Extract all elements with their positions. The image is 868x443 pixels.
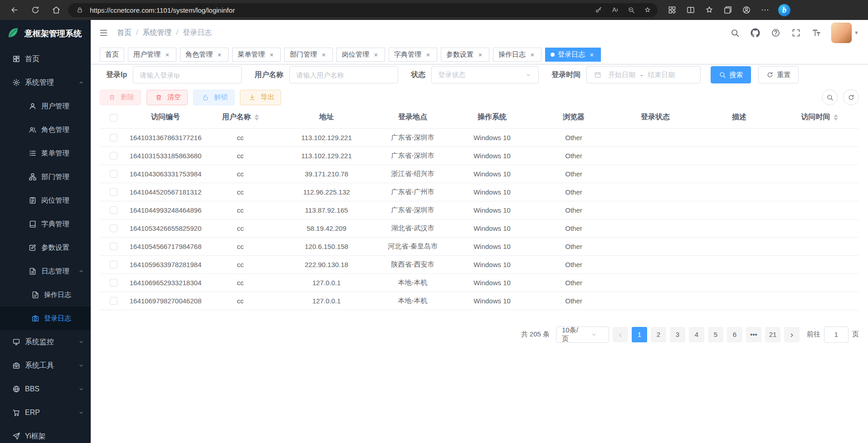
search-button[interactable]: 搜索 <box>711 66 751 83</box>
row-checkbox[interactable] <box>110 224 117 232</box>
page-button-3[interactable]: 3 <box>670 327 685 342</box>
tab-close-icon[interactable]: × <box>424 51 432 58</box>
sort-icon[interactable] <box>834 114 838 121</box>
goto-page-input[interactable] <box>824 326 848 343</box>
table-row[interactable]: 1641054566717984768cc120.6.150.158河北省-秦皇… <box>100 237 859 255</box>
reset-button[interactable]: 重置 <box>758 66 799 83</box>
zoom-out-icon[interactable] <box>626 5 637 15</box>
add-favorite-icon[interactable] <box>642 5 653 15</box>
tab-param[interactable]: 参数设置× <box>441 48 489 62</box>
collections-icon[interactable] <box>722 5 733 15</box>
help-icon[interactable] <box>770 27 781 38</box>
sidebar-item-bbs[interactable]: BBS <box>0 377 91 401</box>
row-checkbox[interactable] <box>110 297 117 305</box>
sidebar-item-operlog[interactable]: 操作日志 <box>0 283 91 307</box>
column-header[interactable]: 用户名称 <box>204 107 277 128</box>
more-options-icon[interactable] <box>760 5 770 15</box>
bing-icon[interactable]: b <box>778 4 790 16</box>
password-key-icon[interactable] <box>593 5 604 15</box>
delete-button[interactable]: 删除 <box>100 90 141 105</box>
sort-icon[interactable] <box>254 114 259 121</box>
page-ellipsis[interactable]: ••• <box>746 327 761 342</box>
sidebar-item-role[interactable]: 角色管理 <box>0 118 91 141</box>
sidebar-toggle-icon[interactable] <box>98 27 109 38</box>
row-checkbox[interactable] <box>110 170 117 178</box>
tab-home[interactable]: 首页 <box>100 48 124 62</box>
toggle-search-button[interactable] <box>822 89 838 105</box>
login-time-range-picker[interactable]: 开始日期 - 结束日期 <box>586 66 701 83</box>
username-input[interactable] <box>289 66 398 83</box>
row-checkbox[interactable] <box>110 206 117 214</box>
table-row[interactable]: 1641031533185863680cc113.102.129.221广东省-… <box>100 146 859 165</box>
tab-close-icon[interactable]: × <box>164 51 171 58</box>
column-header[interactable]: 访问时间 <box>780 107 859 128</box>
prev-page-button[interactable]: ‹ <box>613 327 628 342</box>
row-checkbox[interactable] <box>110 134 117 141</box>
sidebar-item-tool[interactable]: 系统工具 <box>0 354 91 377</box>
extensions-icon[interactable] <box>667 5 678 15</box>
tab-close-icon[interactable]: × <box>372 51 380 58</box>
unlock-button[interactable]: 解锁 <box>193 90 234 105</box>
table-row[interactable]: 1641053426655825920cc58.19.42.209湖北省-武汉市… <box>100 219 859 237</box>
favorites-icon[interactable] <box>704 5 715 15</box>
table-row[interactable]: 1641031367863177216cc113.102.129.221广东省-… <box>100 128 859 146</box>
row-checkbox[interactable] <box>110 261 117 268</box>
refresh-table-button[interactable] <box>843 89 859 105</box>
page-button-6[interactable]: 6 <box>727 327 742 342</box>
row-checkbox[interactable] <box>110 152 117 160</box>
read-aloud-icon[interactable] <box>610 5 620 15</box>
browser-profile-icon[interactable] <box>741 5 752 15</box>
back-button[interactable] <box>9 5 20 15</box>
tab-user[interactable]: 用户管理× <box>128 48 176 62</box>
status-select[interactable]: 登录状态 <box>431 66 539 83</box>
tab-close-icon[interactable]: × <box>320 51 327 58</box>
next-page-button[interactable]: › <box>784 327 800 342</box>
font-size-icon[interactable] <box>811 27 822 38</box>
sidebar-item-dept[interactable]: 部门管理 <box>0 165 91 189</box>
sidebar-item-dict[interactable]: 字典管理 <box>0 212 91 236</box>
sidebar-item-yi[interactable]: Yi框架 <box>0 424 91 443</box>
page-button-1[interactable]: 1 <box>632 327 647 342</box>
user-avatar[interactable]: ▼ <box>831 23 859 43</box>
row-checkbox[interactable] <box>110 279 117 287</box>
sidebar-item-system[interactable]: 系统管理 <box>0 71 91 94</box>
tab-role[interactable]: 角色管理× <box>180 48 229 62</box>
breadcrumb-home[interactable]: 首页 <box>117 28 132 38</box>
page-size-select[interactable]: 10条/页 <box>556 326 609 343</box>
sidebar-item-monitor[interactable]: 系统监控 <box>0 330 91 354</box>
tab-loginlog[interactable]: 登录日志× <box>545 48 601 62</box>
table-row[interactable]: 1641059633978281984cc222.90.130.18陕西省-西安… <box>100 255 859 273</box>
address-bar[interactable]: https://ccnetcore.com:1101/system/log/lo… <box>68 3 658 17</box>
login-ip-input[interactable] <box>133 66 242 83</box>
table-row[interactable]: 1641044993248464896cc113.87.92.165广东省-深圳… <box>100 201 859 219</box>
home-button[interactable] <box>51 5 62 15</box>
sidebar-item-erp[interactable]: ERP <box>0 401 91 424</box>
sidebar-item-menu[interactable]: 菜单管理 <box>0 141 91 165</box>
sidebar-item-param[interactable]: 参数设置 <box>0 236 91 259</box>
tab-close-icon[interactable]: × <box>477 51 484 58</box>
tab-close-icon[interactable]: × <box>588 51 595 58</box>
page-button-5[interactable]: 5 <box>708 327 723 342</box>
table-row[interactable]: 1641043063331753984cc39.171.210.78浙江省-绍兴… <box>100 165 859 183</box>
row-checkbox[interactable] <box>110 243 117 250</box>
sidebar-item-home[interactable]: 首页 <box>0 47 91 71</box>
fullscreen-icon[interactable] <box>790 27 801 38</box>
page-button-2[interactable]: 2 <box>651 327 666 342</box>
tab-dict[interactable]: 字典管理× <box>389 48 437 62</box>
clear-button[interactable]: 清空 <box>146 90 188 105</box>
tab-operlog[interactable]: 操作日志× <box>493 48 541 62</box>
export-button[interactable]: 导出 <box>240 90 281 105</box>
sidebar-item-log[interactable]: 日志管理 <box>0 259 91 283</box>
tab-close-icon[interactable]: × <box>268 51 275 58</box>
app-logo[interactable]: 意框架管理系统 <box>0 20 91 47</box>
table-row[interactable]: 1641069798270046208cc127.0.0.1本地-本机Windo… <box>100 292 859 310</box>
table-row[interactable]: 1641069652933218304cc127.0.0.1本地-本机Windo… <box>100 273 859 292</box>
github-icon[interactable] <box>750 27 761 38</box>
search-icon[interactable] <box>729 27 740 38</box>
page-button-4[interactable]: 4 <box>689 327 704 342</box>
tab-close-icon[interactable]: × <box>216 51 223 58</box>
select-all-checkbox[interactable] <box>110 114 117 122</box>
page-button-21[interactable]: 21 <box>765 327 780 342</box>
tab-dept[interactable]: 部门管理× <box>284 48 333 62</box>
row-checkbox[interactable] <box>110 188 117 196</box>
